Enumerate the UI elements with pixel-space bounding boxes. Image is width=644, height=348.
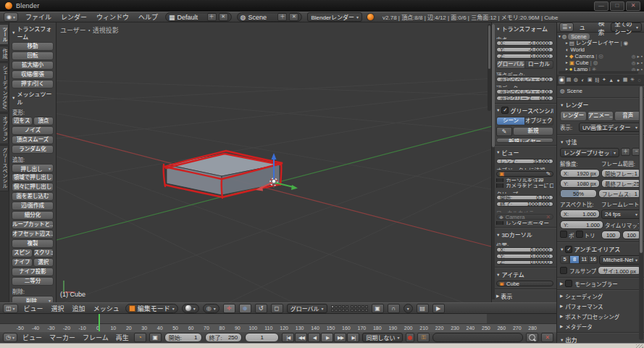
- collapsed-panel-header[interactable]: ポストプロセッシング: [560, 312, 641, 320]
- extrude-menu-button[interactable]: 押し出し▾: [12, 164, 54, 173]
- menu-window[interactable]: ウィンドウ: [94, 12, 131, 22]
- tool-button[interactable]: ループカットと...: [12, 220, 54, 229]
- delete-layout-button[interactable]: ✕: [219, 13, 228, 21]
- tool-button[interactable]: 面を差し込む: [12, 192, 54, 201]
- tl-menu-playback[interactable]: 再生: [114, 333, 131, 342]
- gp-scene-button[interactable]: シーン: [496, 117, 525, 125]
- antialias-panel-header[interactable]: ▼✓アンチエイリアス: [560, 244, 641, 254]
- eyedropper-icon[interactable]: ✎: [546, 171, 551, 176]
- lock-camera-checkbox[interactable]: [496, 183, 503, 187]
- lock-cursor-checkbox[interactable]: [496, 178, 503, 182]
- tool-button[interactable]: ナイフ投影: [12, 268, 54, 276]
- menu-view[interactable]: ビュー: [22, 304, 46, 313]
- mode-selector[interactable]: 編集モード▾: [125, 304, 178, 313]
- manipulator-scale-icon[interactable]: ◻: [271, 304, 283, 313]
- jump-to-end-button[interactable]: ▶|: [347, 333, 359, 342]
- current-frame-marker[interactable]: [99, 314, 100, 331]
- tool-button[interactable]: ノイズ: [12, 126, 54, 135]
- snap-element-selector[interactable]: ▾: [403, 304, 413, 313]
- clip-end-field[interactable]: 終了:1000.000: [496, 202, 553, 207]
- menu-select[interactable]: 選択: [49, 304, 67, 313]
- np-transform-header[interactable]: ▼トランスフォーム: [496, 24, 553, 33]
- keying-clear-icon[interactable]: ✕: [541, 333, 553, 342]
- tab-grease-pencil[interactable]: グリースペンシル: [0, 145, 9, 191]
- aa-samples-8[interactable]: 8: [569, 255, 579, 264]
- outliner-editor-selector[interactable]: ☰▾: [559, 22, 574, 32]
- collapsed-panel-header[interactable]: メタデータ: [560, 323, 641, 330]
- manipulator-toggle[interactable]: ✛: [223, 304, 235, 313]
- outliner-row-world[interactable]: ◐World: [559, 46, 643, 53]
- keying-set-icon[interactable]: ⚿: [417, 333, 430, 342]
- tab-scene-icon[interactable]: ◍: [573, 76, 580, 84]
- menu-add[interactable]: 追加: [70, 304, 88, 313]
- fps-selector[interactable]: 24 fps▾: [601, 210, 641, 219]
- panel-transform-header[interactable]: ▼トランスフォーム: [12, 24, 54, 41]
- local-camera-field[interactable]: ◆Camera✕: [496, 214, 553, 219]
- close-button[interactable]: ✕: [626, 1, 640, 11]
- tab-object-data-icon[interactable]: ▲: [608, 76, 614, 84]
- opengl-render-anim-icon[interactable]: ▶: [432, 304, 445, 313]
- gp-new-layer-button[interactable]: 新規レイヤー: [496, 138, 553, 143]
- border-checkbox[interactable]: [560, 231, 567, 238]
- dimensions-panel-header[interactable]: ▼寸法: [560, 137, 641, 146]
- np-3d-cursor-header[interactable]: ▼3Dカーソル: [496, 230, 553, 239]
- clip-start-field[interactable]: 開始:0.100: [496, 195, 553, 200]
- aa-samples-11[interactable]: 11: [580, 255, 589, 264]
- selectable-icon[interactable]: ▸: [637, 53, 639, 59]
- add-scene-button[interactable]: ＋: [277, 13, 287, 21]
- remap-old-field[interactable]: 100: [601, 231, 621, 239]
- render-border-row[interactable]: レンダーボーダー: [496, 221, 553, 225]
- sync-mode-selector[interactable]: 同期しない▾: [362, 333, 403, 342]
- resolution-x-field[interactable]: X:1920 px: [560, 169, 600, 178]
- snap-magnet-icon[interactable]: ∩: [388, 304, 400, 313]
- item-name-field[interactable]: ▣Cube: [496, 281, 553, 286]
- tab-options[interactable]: オプション: [0, 113, 9, 144]
- properties-scrollbar[interactable]: [639, 86, 643, 340]
- lock-to-scene-icon[interactable]: ▣: [372, 304, 384, 313]
- panel-meshtools-header[interactable]: ▼メッシュツール: [12, 89, 54, 107]
- maximize-button[interactable]: □: [610, 1, 624, 11]
- np-item-header[interactable]: ▼アイテム: [496, 270, 553, 279]
- transform-orientation-selector[interactable]: グローバル▾: [287, 304, 327, 313]
- motion-blur-checkbox[interactable]: [565, 280, 572, 287]
- median-x-field[interactable]: X:-0.00000: [496, 41, 553, 46]
- cursor-x-field[interactable]: X:0.00000: [496, 247, 553, 252]
- tool-button[interactable]: 選択: [33, 258, 54, 267]
- median-y-field[interactable]: Y:-0.00000: [496, 47, 553, 52]
- lock-time-icon[interactable]: ▣: [149, 333, 162, 342]
- tool-button[interactable]: 回転: [12, 51, 54, 60]
- delete-scene-button[interactable]: ✕: [289, 13, 298, 21]
- tab-material-icon[interactable]: ●: [615, 76, 622, 84]
- full-sample-row[interactable]: フルサンプル: [560, 266, 596, 275]
- tool-button[interactable]: 収縮/膨張: [12, 70, 54, 79]
- tab-constraints-icon[interactable]: ⛓: [594, 76, 601, 84]
- frame-step-field[interactable]: フレームス:1: [598, 189, 641, 198]
- gp-pen-icon[interactable]: ✎: [496, 127, 512, 136]
- manipulator-translate-icon[interactable]: ⊕: [239, 304, 251, 313]
- frame-end-prop-field[interactable]: 最終フレー:250: [601, 179, 641, 188]
- hide-icon[interactable]: ◎: [632, 59, 636, 66]
- aspect-x-field[interactable]: X:1.000: [560, 210, 600, 218]
- lens-field[interactable]: レンズ:35.000: [496, 159, 553, 164]
- outliner-row-cube[interactable]: ▸▣Cube| ◍ ◎▸▪: [559, 59, 643, 66]
- manipulator-rotate-icon[interactable]: ↺: [255, 304, 267, 313]
- menu-render[interactable]: レンダー: [59, 12, 89, 22]
- preset-add-button[interactable]: ＋: [621, 148, 630, 156]
- aa-samples-5[interactable]: 5: [560, 255, 569, 264]
- gp-checkbox[interactable]: ✓: [501, 107, 509, 114]
- scene-name[interactable]: Scene: [248, 14, 275, 21]
- renderable-icon[interactable]: ▪: [641, 59, 643, 66]
- lock-cursor-row[interactable]: カーソルを注視: [496, 178, 553, 182]
- collapsed-panel-header[interactable]: シェーディング: [560, 292, 641, 299]
- tool-button[interactable]: 辺をス: [12, 117, 33, 125]
- tool-button[interactable]: ランダム化: [12, 145, 54, 154]
- tool-button[interactable]: 移動: [12, 42, 54, 51]
- viewport-shading-selector[interactable]: ▾: [182, 304, 199, 313]
- add-layout-button[interactable]: ＋: [207, 13, 217, 21]
- viewport-3d[interactable]: ユーザー・透視投影 (1) Cube: [57, 22, 491, 302]
- play-reverse-button[interactable]: ◀: [308, 333, 320, 342]
- cursor-z-field[interactable]: Z:0.00000: [496, 260, 553, 265]
- frame-end-field[interactable]: 終了:250: [205, 333, 243, 342]
- render-engine-selector[interactable]: Blenderレンダー▾: [307, 12, 362, 22]
- aa-filter-selector[interactable]: Mitchell-Netrav...▾: [599, 255, 641, 265]
